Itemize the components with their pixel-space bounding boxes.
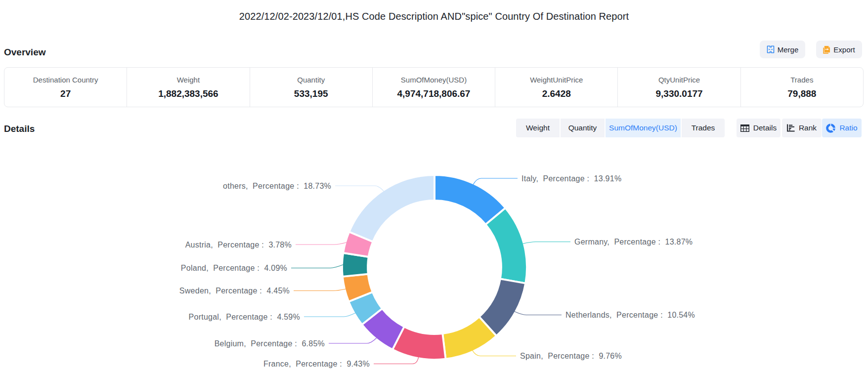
svg-text:Poland, Percentage : 4.09%: Poland, Percentage : 4.09% [181, 264, 287, 272]
svg-text:Italy, Percentage : 13.91%: Italy, Percentage : 13.91% [521, 174, 621, 183]
svg-text:others, Percentage : 18.73%: others, Percentage : 18.73% [223, 182, 331, 190]
svg-text:Germany, Percentage : 13.87%: Germany, Percentage : 13.87% [574, 238, 693, 246]
svg-text:Portugal, Percentage : 4.59%: Portugal, Percentage : 4.59% [189, 313, 300, 321]
svg-text:Sweden, Percentage : 4.45%: Sweden, Percentage : 4.45% [179, 287, 290, 295]
svg-text:France, Percentage : 9.43%: France, Percentage : 9.43% [263, 360, 370, 368]
svg-text:Netherlands, Percentage : 10: Netherlands, Percentage : 10.54% [565, 311, 695, 319]
svg-text:Spain, Percentage : 9.76%: Spain, Percentage : 9.76% [520, 352, 622, 360]
svg-text:Belgium, Percentage : 6.85%: Belgium, Percentage : 6.85% [215, 339, 325, 348]
svg-text:Austria, Percentage : 3.78%: Austria, Percentage : 3.78% [185, 241, 292, 249]
